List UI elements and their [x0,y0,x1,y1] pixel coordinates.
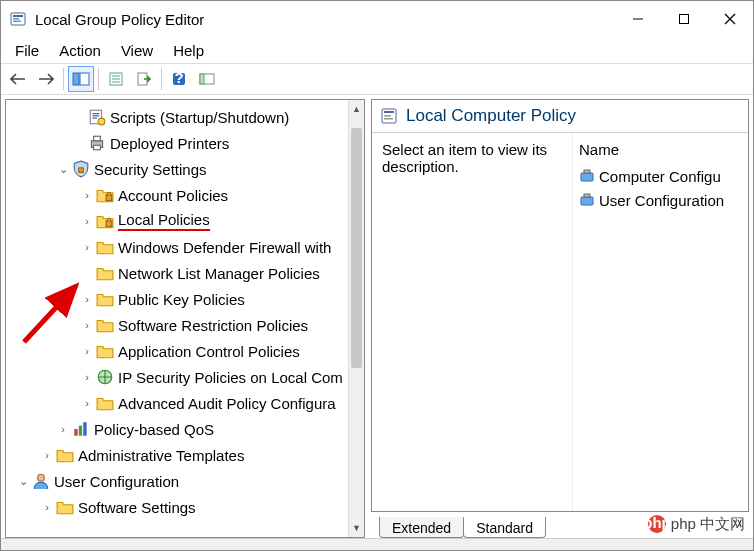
folder-icon [96,342,114,360]
svg-rect-18 [200,74,204,84]
tree-pane[interactable]: Scripts (Startup/Shutdown)Deployed Print… [5,99,365,538]
maximize-button[interactable] [661,1,707,37]
svg-point-31 [38,474,45,481]
chevron-right-icon[interactable]: › [40,449,54,461]
folder-icon [96,290,114,308]
tree-item[interactable]: ⌄Security Settings [6,156,364,182]
menu-bar: File Action View Help [1,37,753,63]
tree-item-label: Application Control Policies [118,343,300,360]
tree-item[interactable]: ›IP Security Policies on Local Com [6,364,364,390]
tree-item-label: Deployed Printers [110,135,229,152]
svg-rect-38 [584,170,590,173]
svg-rect-9 [80,73,89,85]
policy-icon [380,107,398,125]
tree-item[interactable]: ›Local Policies [6,208,364,234]
folder-icon [56,446,74,464]
toolbar: ? [1,63,753,95]
list-item[interactable]: User Configuration [579,188,742,212]
menu-help[interactable]: Help [165,40,212,61]
column-header-name[interactable]: Name [579,141,742,158]
watermark-text: php 中文网 [671,515,745,534]
chevron-right-icon[interactable]: › [80,319,94,331]
tree-item-label: Scripts (Startup/Shutdown) [110,109,289,126]
chevron-right-icon[interactable]: › [80,345,94,357]
svg-rect-5 [680,15,689,24]
svg-rect-2 [13,18,19,20]
tree-item[interactable]: Scripts (Startup/Shutdown) [6,104,364,130]
tree-item[interactable]: ›Policy-based QoS [6,416,364,442]
svg-rect-3 [13,21,21,23]
tab-standard[interactable]: Standard [463,517,546,538]
chevron-down-icon[interactable]: ⌄ [56,163,70,176]
toolbar-separator [161,68,162,90]
status-bar [1,538,753,550]
minimize-button[interactable] [615,1,661,37]
svg-rect-39 [581,197,593,205]
menu-action[interactable]: Action [51,40,109,61]
config-icon [579,168,595,184]
tab-extended[interactable]: Extended [379,517,464,538]
tree-item-label: Administrative Templates [78,447,244,464]
tree-item-label: Account Policies [118,187,228,204]
menu-file[interactable]: File [7,40,47,61]
show-tree-button[interactable] [68,66,94,92]
chevron-right-icon[interactable]: › [80,189,94,201]
folder-lock-icon [96,186,114,204]
menu-view[interactable]: View [113,40,161,61]
help-button[interactable]: ? [166,66,192,92]
printer-icon [88,134,106,152]
tree-item[interactable]: ›Software Restriction Policies [6,312,364,338]
tree-item[interactable]: ›Application Control Policies [6,338,364,364]
tree-item-label: IP Security Policies on Local Com [118,369,343,386]
tree-item-label: Software Settings [78,499,196,516]
scroll-up-button[interactable]: ▲ [349,100,364,118]
forward-button[interactable] [33,66,59,92]
detail-list: Name Computer ConfiguUser Configuration [572,133,748,511]
chevron-right-icon[interactable]: › [80,241,94,253]
tree-item[interactable]: ›Administrative Templates [6,442,364,468]
tree-item[interactable]: ›Software Settings [6,494,364,520]
scroll-thumb[interactable] [351,128,362,368]
tree-item[interactable]: ›Public Key Policies [6,286,364,312]
filter-button[interactable] [194,66,220,92]
config-icon [579,192,595,208]
chevron-down-icon[interactable]: ⌄ [16,475,30,488]
user-icon [32,472,50,490]
tree-item-label: Advanced Audit Policy Configura [118,395,336,412]
tree-item[interactable]: ›Advanced Audit Policy Configura [6,390,364,416]
close-button[interactable] [707,1,753,37]
detail-title: Local Computer Policy [406,106,576,126]
svg-point-20 [98,118,105,125]
svg-rect-1 [13,15,23,17]
tree-item[interactable]: ›Account Policies [6,182,364,208]
tree-item-label: Windows Defender Firewall with [118,239,331,256]
bars-icon [72,420,90,438]
app-icon [9,10,27,28]
tree-item[interactable]: Deployed Printers [6,130,364,156]
tree-item-label: Security Settings [94,161,207,178]
list-item[interactable]: Computer Configu [579,164,742,188]
toolbar-separator [98,68,99,90]
properties-button[interactable] [103,66,129,92]
tree-scrollbar[interactable]: ▲ ▼ [348,100,364,537]
tree-item-label: Public Key Policies [118,291,245,308]
svg-rect-28 [74,429,77,436]
ipsec-icon [96,368,114,386]
chevron-right-icon[interactable]: › [40,501,54,513]
folder-icon [96,264,114,282]
back-button[interactable] [5,66,31,92]
list-item-label: Computer Configu [599,168,721,185]
chevron-right-icon[interactable]: › [56,423,70,435]
chevron-right-icon[interactable]: › [80,397,94,409]
folder-icon [96,394,114,412]
folder-icon [56,498,74,516]
scroll-down-button[interactable]: ▼ [349,519,364,537]
tree-item[interactable]: Network List Manager Policies [6,260,364,286]
tree-item[interactable]: ›Windows Defender Firewall with [6,234,364,260]
chevron-right-icon[interactable]: › [80,371,94,383]
tree-item[interactable]: ⌄User Configuration [6,468,364,494]
export-button[interactable] [131,66,157,92]
chevron-right-icon[interactable]: › [80,293,94,305]
chevron-right-icon[interactable]: › [80,215,94,227]
folder-icon [96,238,114,256]
